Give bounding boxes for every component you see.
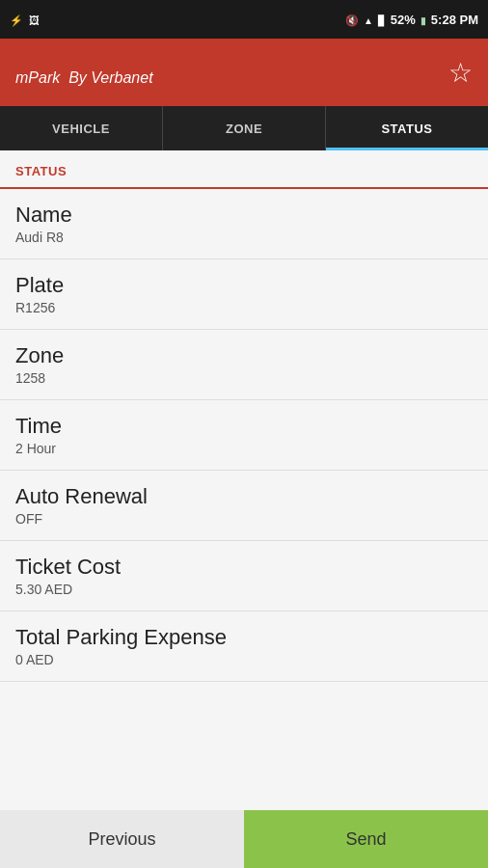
status-bar: 52% 5:28 PM	[0, 0, 488, 39]
battery-icon	[420, 13, 426, 27]
field-ticket-cost: Ticket Cost 5.30 AED	[0, 541, 488, 611]
field-total-expense: Total Parking Expense 0 AED	[0, 611, 488, 682]
section-header: STATUS	[0, 150, 488, 189]
section-header-text: STATUS	[15, 164, 67, 178]
field-plate-label: Plate	[15, 273, 473, 298]
field-name-label: Name	[15, 203, 473, 228]
signal-icon	[378, 13, 386, 27]
status-bar-left	[10, 13, 40, 27]
field-zone-label: Zone	[15, 343, 473, 368]
field-plate: Plate R1256	[0, 259, 488, 330]
field-time-value: 2 Hour	[15, 441, 473, 456]
content-area: STATUS Name Audi R8 Plate R1256 Zone 125…	[0, 150, 488, 810]
field-zone: Zone 1258	[0, 330, 488, 400]
battery-percentage: 52%	[391, 13, 416, 27]
favorite-icon[interactable]: ☆	[448, 57, 473, 89]
field-auto-renewal-value: OFF	[15, 511, 473, 527]
tab-status[interactable]: STATUS	[326, 106, 488, 150]
logo-main: mPark By Verbanet	[15, 55, 153, 90]
usb-icon	[10, 13, 23, 27]
time-display: 5:28 PM	[431, 13, 478, 27]
field-name-value: Audi R8	[15, 230, 473, 245]
field-ticket-cost-value: 5.30 AED	[15, 582, 473, 597]
status-bar-right: 52% 5:28 PM	[345, 13, 478, 27]
previous-button[interactable]: Previous	[0, 810, 244, 868]
bottom-bar: Previous Send	[0, 810, 488, 868]
field-time: Time 2 Hour	[0, 400, 488, 471]
field-auto-renewal-label: Auto Renewal	[15, 484, 473, 509]
field-name: Name Audi R8	[0, 189, 488, 259]
tab-zone[interactable]: ZONE	[163, 106, 326, 150]
send-button[interactable]: Send	[244, 810, 488, 868]
field-time-label: Time	[15, 414, 473, 439]
app-header: mPark By Verbanet ☆	[0, 39, 488, 106]
field-total-expense-value: 0 AED	[15, 652, 473, 667]
muted-icon	[345, 13, 359, 27]
tab-bar: VEHICLE ZONE STATUS	[0, 106, 488, 150]
field-ticket-cost-label: Ticket Cost	[15, 555, 473, 580]
wifi-icon	[364, 13, 373, 27]
field-auto-renewal: Auto Renewal OFF	[0, 471, 488, 541]
img-icon	[29, 13, 40, 27]
field-zone-value: 1258	[15, 370, 473, 386]
field-plate-value: R1256	[15, 300, 473, 315]
field-total-expense-label: Total Parking Expense	[15, 625, 473, 650]
app-logo: mPark By Verbanet	[15, 55, 153, 91]
tab-vehicle[interactable]: VEHICLE	[0, 106, 163, 150]
